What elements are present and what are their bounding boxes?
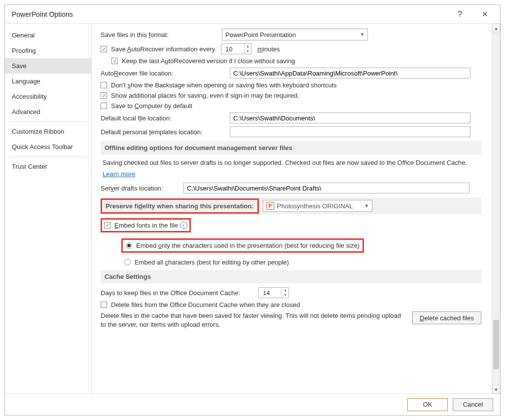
scroll-down-icon[interactable]: ▼	[492, 385, 500, 393]
ok-button[interactable]: OK	[407, 398, 448, 411]
autorecover-spinner[interactable]: 10 ▲▼	[221, 43, 252, 54]
default-personal-label: Default personal templates location:	[101, 128, 230, 136]
server-drafts-label: Server drafts location:	[101, 185, 183, 192]
ar-location-label: AutoRecover file location:	[101, 70, 230, 77]
show-additional-checkbox[interactable]	[101, 92, 107, 99]
sidebar-item-general[interactable]: General	[5, 28, 91, 43]
default-local-label: Default local file location:	[101, 115, 230, 122]
sidebar-item-quick-access[interactable]: Quick Access Toolbar	[5, 139, 91, 154]
embed-only-used-radio[interactable]	[126, 242, 132, 249]
embed-fonts-checkbox[interactable]	[104, 222, 110, 229]
info-icon[interactable]: i	[180, 222, 187, 229]
content-pane: Save files in this format: PowerPoint Pr…	[92, 24, 490, 393]
button-bar: OK Cancel	[5, 393, 500, 415]
powerpoint-options-dialog: PowerPoint Options ? ✕ General Proofing …	[4, 4, 501, 416]
embed-all-radio[interactable]	[124, 259, 131, 266]
scroll-up-icon[interactable]: ▲	[492, 24, 500, 32]
save-format-dropdown[interactable]: PowerPoint Presentation ▼	[222, 29, 368, 40]
delete-cached-files-button[interactable]: Delete cached files	[412, 311, 481, 324]
embed-only-used-label: Embed only the characters used in the pr…	[136, 242, 360, 249]
autorecover-label: Save AutoRecover information every	[111, 45, 215, 53]
embed-fonts-label: Embed fonts in the file	[114, 222, 178, 229]
server-drafts-input[interactable]	[183, 183, 469, 193]
offline-info-text: Saving checked out files to server draft…	[103, 158, 481, 167]
powerpoint-file-icon: P	[266, 202, 274, 210]
sidebar-item-language[interactable]: Language	[5, 74, 91, 89]
ar-location-input[interactable]	[230, 68, 470, 78]
delete-info-text: Delete files in the cache that have been…	[101, 311, 402, 329]
sidebar-item-customize-ribbon[interactable]: Customize Ribbon	[5, 124, 91, 139]
learn-more-link[interactable]: Learn more	[103, 170, 135, 178]
scroll-thumb[interactable]	[493, 320, 499, 369]
preserve-doc-dropdown[interactable]: P Photosynthesis ORIGINAL ▼	[263, 200, 372, 212]
dont-show-backstage-label: Don't show the Backstage when opening or…	[111, 81, 337, 89]
default-personal-input[interactable]	[230, 126, 470, 137]
cache-days-spinner[interactable]: 14 ▲▼	[258, 287, 289, 298]
default-local-input[interactable]	[230, 113, 470, 123]
cancel-button[interactable]: Cancel	[453, 398, 493, 411]
delete-closed-label: Delete files from the Office Document Ca…	[111, 301, 300, 308]
save-computer-checkbox[interactable]	[101, 103, 107, 109]
chevron-down-icon: ▼	[364, 203, 369, 208]
sidebar-item-trust-center[interactable]: Trust Center	[5, 159, 91, 174]
vertical-scrollbar[interactable]: ▲ ▼	[492, 24, 500, 393]
autorecover-checkbox[interactable]	[101, 46, 107, 52]
keep-last-label: Keep the last AutoRecovered version if I…	[122, 57, 295, 65]
sidebar-item-accessibility[interactable]: Accessibility	[5, 89, 91, 104]
sidebar-item-proofing[interactable]: Proofing	[5, 43, 91, 58]
dialog-title: PowerPoint Options	[12, 10, 453, 18]
sidebar: General Proofing Save Language Accessibi…	[5, 24, 92, 393]
save-computer-label: Save to Computer by default	[111, 102, 192, 110]
help-icon[interactable]: ?	[453, 9, 467, 20]
sidebar-item-advanced[interactable]: Advanced	[5, 104, 91, 119]
preserve-section-header: Preserve fidelity when sharing this pres…	[101, 198, 259, 214]
embed-all-label: Embed all characters (best for editing b…	[135, 259, 289, 266]
cache-days-label: Days to keep files in the Office Documen…	[101, 289, 258, 297]
offline-section-header: Offline editing options for document man…	[101, 141, 481, 154]
chevron-down-icon: ▼	[360, 32, 364, 37]
dont-show-backstage-checkbox[interactable]	[101, 82, 107, 88]
keep-last-checkbox[interactable]	[111, 58, 118, 64]
autorecover-unit: minutes	[257, 45, 280, 53]
close-icon[interactable]: ✕	[477, 9, 493, 20]
sidebar-item-save[interactable]: Save	[5, 58, 91, 74]
delete-closed-checkbox[interactable]	[101, 302, 107, 308]
save-format-label: Save files in this format:	[101, 31, 222, 38]
cache-section-header: Cache Settings	[101, 270, 481, 283]
title-bar: PowerPoint Options ? ✕	[5, 5, 500, 24]
show-additional-label: Show additional places for saving, even …	[111, 92, 299, 99]
